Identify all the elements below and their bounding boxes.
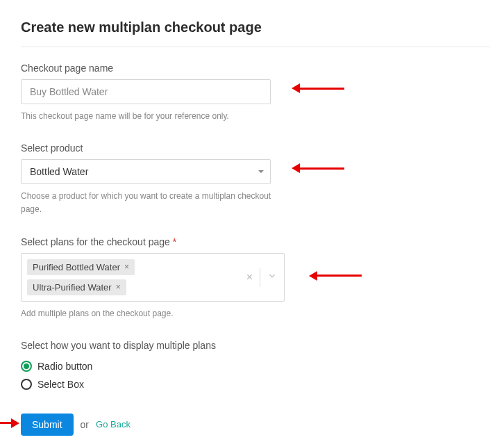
display-label: Select how you want to display multiple … bbox=[21, 340, 490, 351]
product-help: Choose a product for which you want to c… bbox=[21, 190, 285, 216]
plans-help: Add multiple plans on the checkout page. bbox=[21, 307, 285, 320]
clear-all-icon[interactable]: × bbox=[246, 272, 253, 283]
product-label: Select product bbox=[21, 142, 490, 154]
annotation-arrow bbox=[292, 83, 344, 93]
chevron-down-icon[interactable] bbox=[267, 271, 277, 284]
display-group: Select how you want to display multiple … bbox=[21, 340, 490, 390]
annotation-arrow bbox=[292, 163, 344, 173]
radio-unchecked-icon bbox=[21, 379, 32, 390]
display-option-select[interactable]: Select Box bbox=[21, 379, 490, 390]
chip-remove-icon[interactable]: × bbox=[116, 283, 121, 291]
caret-down-icon bbox=[258, 170, 264, 173]
checkout-name-group: Checkout page name This checkout page na… bbox=[21, 63, 490, 123]
display-option-radio[interactable]: Radio button bbox=[21, 361, 490, 372]
radio-label: Radio button bbox=[37, 361, 92, 372]
plans-label: Select plans for the checkout page * bbox=[21, 236, 490, 247]
or-text: or bbox=[81, 419, 89, 430]
divider bbox=[21, 47, 490, 47]
checkout-name-label: Checkout page name bbox=[21, 63, 490, 74]
plan-chip: Ultra-Purified Water × bbox=[27, 279, 126, 295]
annotation-arrow bbox=[0, 418, 19, 428]
product-selected-value: Bottled Water bbox=[30, 166, 88, 177]
checkout-name-input[interactable] bbox=[21, 79, 271, 104]
plans-multiselect[interactable]: Purified Bottled Water × Ultra-Purified … bbox=[21, 253, 285, 302]
chip-label: Purified Bottled Water bbox=[33, 262, 120, 272]
checkout-name-help: This checkout page name will be for your… bbox=[21, 110, 285, 123]
page-title: Create new multiplan checkout page bbox=[21, 19, 490, 35]
vertical-divider bbox=[260, 268, 260, 287]
radio-checked-icon bbox=[21, 361, 32, 372]
chip-label: Ultra-Purified Water bbox=[33, 282, 112, 293]
radio-label: Select Box bbox=[37, 379, 84, 390]
go-back-link[interactable]: Go Back bbox=[96, 419, 131, 429]
plans-group: Select plans for the checkout page * Pur… bbox=[21, 236, 490, 320]
annotation-arrow bbox=[309, 271, 362, 281]
chip-remove-icon[interactable]: × bbox=[124, 263, 129, 271]
form-actions: Submit or Go Back bbox=[21, 414, 490, 436]
product-select[interactable]: Bottled Water bbox=[21, 159, 271, 184]
required-asterisk: * bbox=[173, 236, 176, 247]
product-group: Select product Bottled Water Choose a pr… bbox=[21, 142, 490, 216]
plan-chip: Purified Bottled Water × bbox=[27, 259, 135, 275]
plans-chips-area: Purified Bottled Water × Ultra-Purified … bbox=[22, 254, 240, 301]
submit-button[interactable]: Submit bbox=[21, 414, 74, 436]
